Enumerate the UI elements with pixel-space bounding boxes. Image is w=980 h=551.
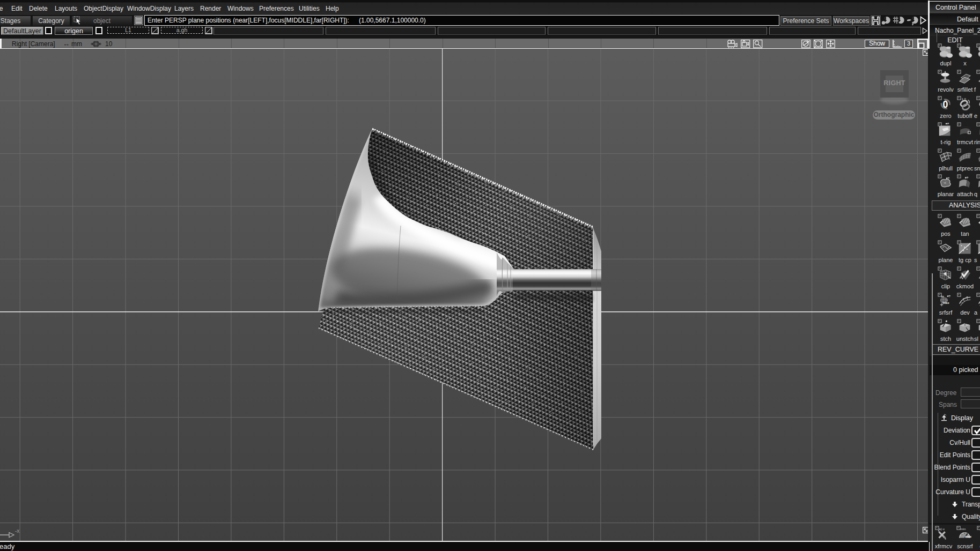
svg-text:-x: -x [15, 528, 19, 534]
